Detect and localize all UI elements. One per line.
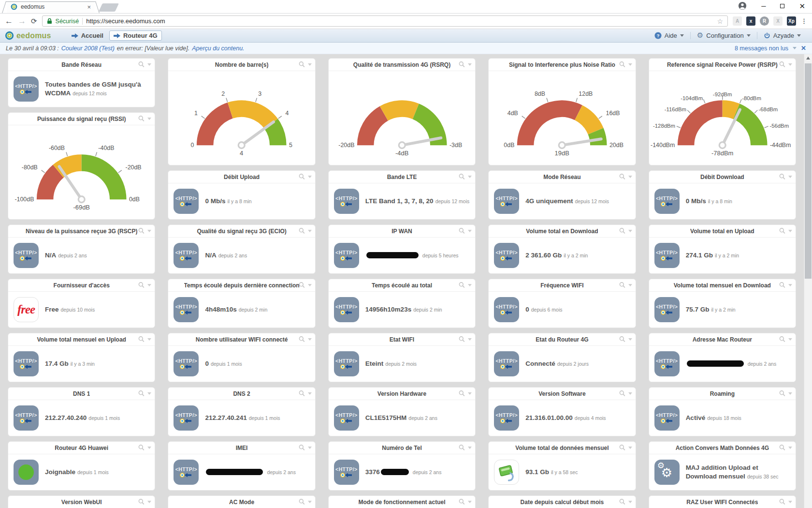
http-device-icon[interactable]: <HTTP/>	[334, 243, 359, 268]
magnifier-icon[interactable]	[779, 498, 786, 506]
chevron-down-icon[interactable]	[308, 63, 312, 66]
http-device-icon[interactable]: <HTTP/>	[494, 189, 519, 214]
extension-icon-3[interactable]: R	[760, 16, 769, 26]
chevron-down-icon[interactable]	[788, 392, 792, 395]
chevron-down-icon[interactable]	[788, 176, 792, 178]
magnifier-icon[interactable]	[458, 390, 465, 397]
data-volume-tile[interactable]	[494, 460, 519, 485]
http-device-icon[interactable]: <HTTP/>	[334, 460, 359, 485]
chevron-down-icon[interactable]	[147, 284, 151, 286]
chevron-down-icon[interactable]	[468, 338, 472, 341]
chevron-down-icon[interactable]	[308, 392, 312, 395]
magnifier-icon[interactable]	[138, 115, 145, 122]
back-button[interactable]: ←	[5, 17, 13, 25]
profile-icon[interactable]	[738, 1, 747, 10]
http-device-icon[interactable]: <HTTP/>	[174, 405, 199, 431]
chevron-down-icon[interactable]	[308, 447, 312, 449]
gears-icon[interactable]: ⚙⚙	[654, 460, 680, 485]
http-device-icon[interactable]: <HTTP/>	[334, 405, 359, 431]
magnifier-icon[interactable]	[298, 444, 305, 451]
chevron-down-icon[interactable]	[628, 392, 632, 395]
extension-icon-1[interactable]: A	[733, 16, 742, 26]
magnifier-icon[interactable]	[138, 227, 145, 235]
chevron-down-icon[interactable]	[308, 284, 312, 286]
unread-messages-link[interactable]: 8 messages non lus	[735, 45, 788, 52]
chevron-down-icon[interactable]	[628, 176, 632, 178]
magnifier-icon[interactable]	[779, 227, 786, 235]
chevron-down-icon[interactable]	[147, 501, 151, 503]
free-provider-logo[interactable]: free	[14, 297, 39, 322]
chevron-down-icon[interactable]	[147, 230, 151, 232]
http-device-icon[interactable]: <HTTP/>	[334, 351, 359, 376]
magnifier-icon[interactable]	[619, 227, 626, 235]
magnifier-icon[interactable]	[298, 227, 305, 235]
magnifier-icon[interactable]	[138, 444, 145, 451]
magnifier-icon[interactable]	[619, 336, 626, 343]
chevron-down-icon[interactable]	[147, 63, 151, 66]
magnifier-icon[interactable]	[298, 390, 305, 397]
http-device-icon[interactable]: <HTTP/>	[654, 189, 680, 214]
alert-error-link[interactable]: Couleur 2008 (Test)	[61, 45, 115, 52]
http-device-icon[interactable]: <HTTP/>	[174, 297, 199, 322]
http-device-icon[interactable]: <HTTP/>	[334, 189, 359, 214]
chevron-down-icon[interactable]	[628, 284, 632, 286]
scrollbar-thumb[interactable]	[805, 63, 812, 279]
magnifier-icon[interactable]	[298, 498, 305, 506]
alert-close-icon[interactable]: ✕	[801, 45, 806, 52]
magnifier-icon[interactable]	[298, 61, 305, 68]
chevron-down-icon[interactable]	[308, 176, 312, 178]
chevron-down-icon[interactable]	[788, 338, 792, 341]
chevron-down-icon[interactable]	[468, 447, 472, 449]
magnifier-icon[interactable]	[138, 282, 145, 289]
http-device-icon[interactable]: <HTTP/>	[494, 405, 519, 431]
magnifier-icon[interactable]	[138, 336, 145, 343]
chevron-down-icon[interactable]	[788, 447, 792, 449]
chevron-down-icon[interactable]	[788, 501, 792, 503]
chevron-down-icon[interactable]	[147, 338, 151, 341]
chevron-down-icon[interactable]	[468, 176, 472, 178]
magnifier-icon[interactable]	[779, 282, 786, 289]
chevron-down-icon[interactable]	[793, 47, 797, 49]
magnifier-icon[interactable]	[298, 282, 305, 289]
magnifier-icon[interactable]	[458, 227, 465, 235]
address-bar[interactable]: Sécurisé https://secure.eedomus.com ☆	[42, 15, 728, 27]
forward-button[interactable]: →	[18, 17, 26, 25]
chevron-down-icon[interactable]	[628, 447, 632, 449]
magnifier-icon[interactable]	[619, 173, 626, 180]
http-device-icon[interactable]: <HTTP/>	[494, 297, 519, 322]
extension-icon-4[interactable]: X	[773, 16, 783, 26]
http-device-icon[interactable]: <HTTP/>	[14, 243, 39, 268]
magnifier-icon[interactable]	[619, 498, 626, 506]
http-device-icon[interactable]: <HTTP/>	[494, 351, 519, 376]
magnifier-icon[interactable]	[458, 498, 465, 506]
extension-icon-5[interactable]: Xp	[787, 16, 796, 26]
restore-button[interactable]	[780, 4, 784, 8]
browser-tab[interactable]: eedomus ×	[7, 0, 95, 13]
magnifier-icon[interactable]	[779, 390, 786, 397]
chevron-down-icon[interactable]	[628, 338, 632, 341]
chevron-down-icon[interactable]	[468, 392, 472, 395]
vertical-scrollbar[interactable]	[804, 54, 812, 508]
router-status-icon[interactable]	[14, 460, 39, 485]
magnifier-icon[interactable]	[619, 61, 626, 68]
magnifier-icon[interactable]	[458, 61, 465, 68]
http-device-icon[interactable]: <HTTP/>	[174, 243, 199, 268]
http-device-icon[interactable]: <HTTP/>	[654, 351, 680, 376]
magnifier-icon[interactable]	[298, 173, 305, 180]
chevron-down-icon[interactable]	[628, 501, 632, 503]
new-tab-button[interactable]	[99, 3, 119, 12]
magnifier-icon[interactable]	[619, 282, 626, 289]
chevron-down-icon[interactable]	[788, 284, 792, 286]
magnifier-icon[interactable]	[619, 390, 626, 397]
chevron-down-icon[interactable]	[468, 230, 472, 232]
http-device-icon[interactable]: <HTTP/>	[654, 243, 680, 268]
magnifier-icon[interactable]	[779, 173, 786, 180]
http-device-icon[interactable]: <HTTP/>	[14, 351, 39, 376]
eedomus-logo[interactable]: eedomus	[5, 31, 51, 40]
chevron-down-icon[interactable]	[468, 284, 472, 286]
http-device-icon[interactable]: <HTTP/>	[654, 405, 680, 431]
chevron-down-icon[interactable]	[788, 63, 792, 66]
magnifier-icon[interactable]	[138, 498, 145, 506]
chevron-down-icon[interactable]	[308, 338, 312, 341]
chevron-down-icon[interactable]	[147, 447, 151, 449]
